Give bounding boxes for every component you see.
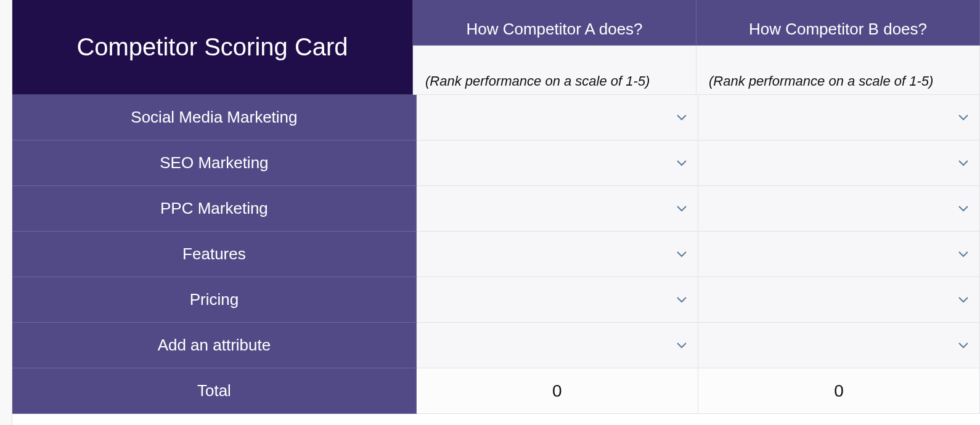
column-a-header: How Competitor A does? xyxy=(413,0,696,46)
chevron-down-icon xyxy=(958,297,968,303)
scoring-table: Competitor Scoring Card How Competitor A… xyxy=(12,0,980,425)
score-dropdown-a[interactable] xyxy=(417,95,698,140)
chevron-down-icon xyxy=(958,115,968,121)
table-row: Social Media Marketing xyxy=(12,95,980,140)
score-dropdown-a[interactable] xyxy=(417,277,698,323)
chevron-down-icon xyxy=(677,297,687,303)
chevron-down-icon xyxy=(677,115,687,121)
score-dropdown-a[interactable] xyxy=(417,186,698,232)
attribute-label: Social Media Marketing xyxy=(12,95,417,140)
attribute-label: Features xyxy=(12,232,417,277)
chevron-down-icon xyxy=(958,160,968,166)
total-label: Total xyxy=(12,368,417,414)
attribute-label: PPC Marketing xyxy=(12,186,417,232)
score-dropdown-a[interactable] xyxy=(417,140,698,186)
total-label-text: Total xyxy=(197,381,231,400)
score-dropdown-a[interactable] xyxy=(417,232,698,277)
total-a: 0 xyxy=(417,368,698,414)
card-title-text: Competitor Scoring Card xyxy=(76,33,348,61)
total-row: Total 0 0 xyxy=(12,368,980,414)
attribute-label: Add an attribute xyxy=(12,323,417,368)
score-dropdown-b[interactable] xyxy=(698,232,980,277)
column-b-subheader-text: (Rank performance on a scale of 1-5) xyxy=(709,73,933,89)
card-title: Competitor Scoring Card xyxy=(12,0,413,95)
table-row: Add an attribute xyxy=(12,323,980,368)
row-header-gutter xyxy=(0,0,12,425)
chevron-down-icon xyxy=(677,160,687,166)
score-dropdown-b[interactable] xyxy=(698,95,980,140)
attribute-label-text: Social Media Marketing xyxy=(131,108,297,127)
chevron-down-icon xyxy=(958,251,968,257)
column-b-header-text: How Competitor B does? xyxy=(749,20,927,39)
attribute-label: SEO Marketing xyxy=(12,140,417,186)
chevron-down-icon xyxy=(677,206,687,212)
total-b: 0 xyxy=(698,368,980,414)
total-a-value: 0 xyxy=(552,381,562,401)
score-dropdown-b[interactable] xyxy=(698,186,980,232)
table-row: Pricing xyxy=(12,277,980,323)
attribute-label-text: Features xyxy=(182,245,246,264)
column-b-header: How Competitor B does? xyxy=(696,0,980,46)
attribute-label-text: Pricing xyxy=(190,290,239,309)
score-dropdown-b[interactable] xyxy=(698,140,980,186)
table-row: PPC Marketing xyxy=(12,186,980,232)
attribute-label-text: Add an attribute xyxy=(158,336,271,355)
column-a-subheader: (Rank performance on a scale of 1-5) xyxy=(413,46,696,95)
chevron-down-icon xyxy=(958,206,968,212)
score-dropdown-b[interactable] xyxy=(698,323,980,368)
attribute-label-text: SEO Marketing xyxy=(160,153,268,172)
column-a-subheader-text: (Rank performance on a scale of 1-5) xyxy=(425,73,650,89)
table-row: Features xyxy=(12,232,980,277)
total-b-value: 0 xyxy=(834,381,844,401)
attribute-label-text: PPC Marketing xyxy=(160,199,268,218)
attribute-label: Pricing xyxy=(12,277,417,323)
chevron-down-icon xyxy=(958,342,968,349)
column-a-header-text: How Competitor A does? xyxy=(466,20,642,39)
column-b-subheader: (Rank performance on a scale of 1-5) xyxy=(696,46,980,95)
chevron-down-icon xyxy=(677,342,687,349)
table-row: SEO Marketing xyxy=(12,140,980,186)
chevron-down-icon xyxy=(677,251,687,257)
score-dropdown-b[interactable] xyxy=(698,277,980,323)
score-dropdown-a[interactable] xyxy=(417,323,698,368)
